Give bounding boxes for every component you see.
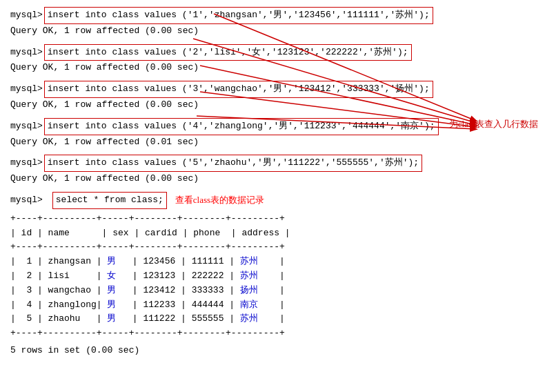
table-row: | 2 | lisi | 女 | 123123 | 222222 | 苏州 | xyxy=(10,269,535,284)
table-separator-mid: +----+----------+-----+--------+--------… xyxy=(10,240,535,255)
table-row: | 3 | wangchao | 男 | 123412 | 333333 | 扬… xyxy=(10,284,535,298)
terminal-output: mysql> insert into class values ('1','zh… xyxy=(10,7,535,358)
table-header: | id | name | sex | cardid | phone | add… xyxy=(10,226,535,241)
sql-insert-5: insert into class values ('5','zhaohu','… xyxy=(44,155,422,172)
result-2: Query OK, 1 row affected (0.00 sec) xyxy=(10,61,535,75)
insert-prompt-5: mysql> insert into class values ('5','zh… xyxy=(10,155,535,172)
sql-insert-2: insert into class values ('2','lisi','女'… xyxy=(44,44,412,61)
result-4: Query OK, 1 row affected (0.01 sec) xyxy=(10,135,535,150)
result-3: Query OK, 1 row affected (0.00 sec) xyxy=(10,98,535,112)
result-5: Query OK, 1 row affected (0.00 sec) xyxy=(10,172,535,186)
result-1: Query OK, 1 row affected (0.00 sec) xyxy=(10,24,535,39)
insert-prompt-1: mysql> insert into class values ('1','zh… xyxy=(10,7,535,24)
prompt-4: mysql> xyxy=(10,119,43,134)
side-annotation: 为class表查入几行数据 xyxy=(449,117,538,131)
prompt-2: mysql> xyxy=(10,46,43,60)
sql-insert-3: insert into class values ('3','wangchao'… xyxy=(44,81,433,98)
sql-insert-1: insert into class values ('1','zhangsan'… xyxy=(44,7,433,24)
prompt-1: mysql> xyxy=(10,8,43,23)
table-separator-top: +----+----------+-----+--------+--------… xyxy=(10,212,535,226)
table-row: | 4 | zhanglong| 男 | 112233 | 444444 | 南… xyxy=(10,298,535,313)
table-separator-bottom: +----+----------+-----+--------+--------… xyxy=(10,326,535,341)
table-row: | 5 | zhaohu | 男 | 111222 | 555555 | 苏州 … xyxy=(10,312,535,326)
sql-select: select * from class; xyxy=(52,192,167,209)
prompt-6: mysql> xyxy=(10,193,43,208)
select-annotation: 查看class表的数据记录 xyxy=(175,193,264,208)
prompt-3: mysql> xyxy=(10,82,43,97)
table-row: | 1 | zhangsan | 男 | 123456 | 111111 | 苏… xyxy=(10,255,535,269)
select-prompt-line: mysql> select * from class; 查看class表的数据记… xyxy=(10,192,535,209)
table-output: +----+----------+-----+--------+--------… xyxy=(10,212,535,341)
rows-in-set: 5 rows in set (0.00 sec) xyxy=(10,344,535,358)
prompt-5: mysql> xyxy=(10,156,43,170)
insert-prompt-2: mysql> insert into class values ('2','li… xyxy=(10,44,535,61)
sql-insert-4: insert into class values ('4','zhanglong… xyxy=(44,118,439,135)
insert-prompt-3: mysql> insert into class values ('3','wa… xyxy=(10,81,535,98)
